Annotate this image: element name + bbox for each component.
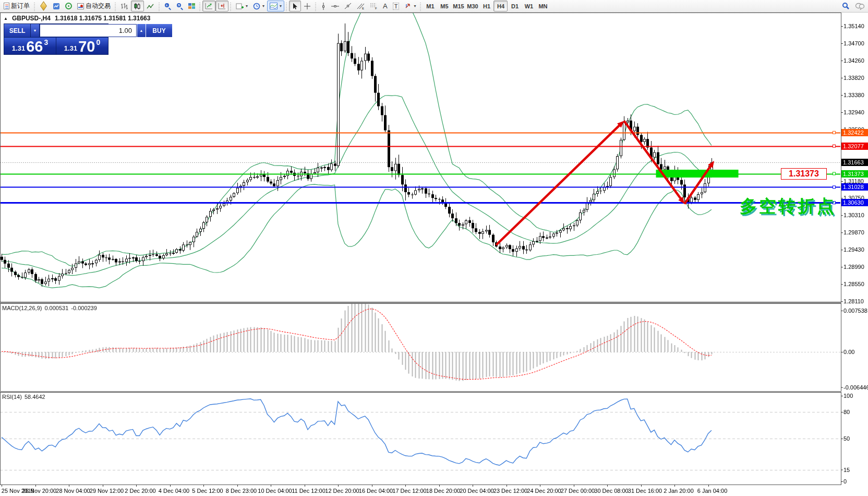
price-label-pivot-green: 1.31373 — [841, 170, 868, 178]
sell-price-main: 66 — [26, 40, 43, 54]
crosshair-icon — [304, 3, 311, 10]
toolbar-grip — [114, 2, 117, 11]
text-label-tool-button[interactable]: T — [390, 1, 402, 11]
trendline-icon — [344, 3, 352, 9]
profile-chart-icon — [53, 3, 60, 10]
tile-windows-icon — [188, 3, 195, 9]
auto-trading-button[interactable]: 自动交易 — [75, 1, 113, 11]
timeframe-group: M1M5M15M30H1H4D1W1MN — [423, 1, 550, 11]
price-label-resistance-upper: 1.32422 — [841, 129, 868, 136]
trendline-tool-button[interactable] — [342, 1, 354, 11]
tab-timeframe-M1[interactable]: M1 — [423, 1, 437, 11]
arrows-tool-button[interactable]: ▾ — [402, 1, 418, 11]
chevron-down-icon: ▾ — [246, 4, 248, 8]
sell-price-display[interactable]: 1.31 66 3 — [4, 38, 56, 54]
toolbar-grip — [285, 2, 288, 11]
rsi-label: RSI(14) — [2, 394, 22, 400]
buy-button[interactable]: BUY — [146, 24, 172, 37]
tile-windows-button[interactable] — [186, 1, 198, 11]
line-chart-mode-button[interactable] — [144, 1, 157, 11]
ohlc-values-label: 1.31618 1.31675 1.31581 1.31663 — [55, 15, 151, 22]
chevron-down-icon: ▾ — [262, 4, 264, 8]
price-annotation-box: 1.31373 — [781, 168, 827, 180]
line-chart-icon — [147, 3, 154, 10]
tab-timeframe-H4[interactable]: H4 — [493, 1, 508, 11]
template-icon — [270, 3, 278, 9]
svg-text:F: F — [375, 7, 377, 9]
new-order-label: 新订单 — [11, 2, 30, 10]
tab-timeframe-W1[interactable]: W1 — [522, 1, 536, 11]
search-icon — [842, 2, 850, 10]
radar-icon — [65, 3, 72, 9]
channel-icon: E — [357, 3, 365, 9]
toolbar-grip — [314, 2, 318, 11]
text-tool-button[interactable]: A — [380, 1, 390, 11]
new-chart-button[interactable]: ▾ — [233, 1, 250, 11]
tab-timeframe-H1[interactable]: H1 — [479, 1, 493, 11]
tab-timeframe-M30[interactable]: M30 — [465, 1, 479, 11]
auto-scroll-icon — [205, 3, 213, 9]
market-watch-button[interactable] — [37, 1, 50, 11]
periods-clock-button[interactable]: ▾ — [250, 1, 267, 11]
chat-button[interactable] — [852, 1, 867, 11]
bar-chart-mode-button[interactable] — [118, 1, 131, 11]
buy-price-prefix: 1.31 — [64, 44, 77, 52]
svg-text:E: E — [362, 7, 364, 9]
crosshair-tool-button[interactable] — [301, 1, 314, 11]
macd-indicator-header: MACD(12,26,9) 0.000531 -0.000239 — [2, 305, 97, 311]
ohlc-bars-icon — [120, 3, 128, 10]
buy-price-main: 70 — [78, 40, 95, 54]
toolbar-grip — [158, 2, 161, 11]
toolbar-grip — [229, 2, 233, 11]
arrows-icon — [404, 3, 412, 9]
collapse-triangle-icon[interactable]: ▲ — [4, 16, 8, 21]
tab-timeframe-D1[interactable]: D1 — [508, 1, 522, 11]
price-chart-canvas[interactable] — [0, 0, 868, 496]
volume-increase-button[interactable]: ▲ — [137, 24, 146, 37]
zoom-out-icon: - — [176, 3, 183, 9]
auto-trading-label: 自动交易 — [86, 2, 111, 10]
horizontal-line-tool-button[interactable] — [329, 1, 342, 11]
zoom-in-button[interactable]: + — [162, 1, 174, 11]
candlestick-mode-button[interactable] — [131, 1, 144, 11]
text-tool-icon: A — [383, 2, 388, 10]
horizontal-line-icon — [331, 4, 339, 9]
new-order-button[interactable]: 新订单 — [1, 1, 32, 11]
volume-input[interactable] — [40, 24, 137, 37]
cursor-tool-button[interactable] — [289, 1, 301, 11]
vertical-line-icon — [321, 3, 326, 10]
profiles-button[interactable] — [50, 1, 63, 11]
tab-timeframe-MN[interactable]: MN — [536, 1, 550, 11]
equidistant-channel-tool-button[interactable]: E — [354, 1, 367, 11]
tab-timeframe-M5[interactable]: M5 — [437, 1, 451, 11]
templates-button[interactable]: ▾ — [267, 1, 284, 11]
sell-button[interactable]: SELL — [4, 24, 30, 37]
toolbar-grip — [198, 2, 202, 11]
rsi-value: 58.4642 — [25, 394, 45, 400]
chart-shift-button[interactable] — [215, 1, 228, 11]
auto-scroll-button[interactable] — [202, 1, 215, 11]
rsi-indicator-header: RSI(14) 58.4642 — [2, 394, 45, 400]
cursor-icon — [292, 3, 298, 10]
main-toolbar: 新订单 自动交易 + - — [0, 0, 868, 13]
zoom-out-button[interactable]: - — [174, 1, 186, 11]
toolbar-grip — [419, 2, 423, 11]
macd-main-value: 0.000531 — [44, 305, 68, 311]
fibonacci-tool-button[interactable]: F — [367, 1, 380, 11]
search-button[interactable] — [839, 1, 852, 11]
sell-price-prefix: 1.31 — [12, 44, 25, 52]
vertical-line-tool-button[interactable] — [318, 1, 329, 11]
chart-title-row: ▲ GBPUSD-,H4 1.31618 1.31675 1.31581 1.3… — [4, 15, 150, 22]
volume-decrease-button[interactable]: ▼ — [31, 24, 39, 37]
gold-brush-icon — [40, 1, 47, 10]
tab-timeframe-M15[interactable]: M15 — [451, 1, 465, 11]
candlestick-icon — [134, 3, 141, 10]
price-label-resistance: 1.32077 — [841, 143, 868, 150]
signals-button[interactable] — [63, 1, 75, 11]
buy-price-display[interactable]: 1.31 70 0 — [56, 38, 108, 54]
price-label-support: 1.31028 — [841, 183, 868, 191]
toolbar-grip — [33, 2, 37, 11]
mt4-application: 新订单 自动交易 + - — [0, 0, 868, 496]
chart-shift-icon — [218, 3, 226, 9]
macd-signal-value: -0.000239 — [71, 305, 97, 311]
